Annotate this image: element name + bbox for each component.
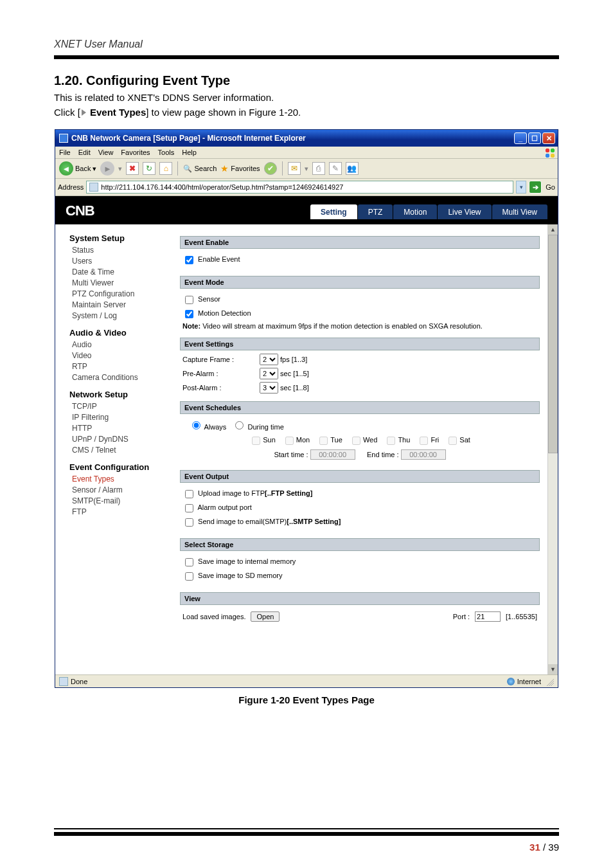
day-mon[interactable]: Mon: [283, 436, 310, 444]
address-dropdown[interactable]: ▾: [516, 181, 526, 194]
sidebar-item-smtp[interactable]: SMTP(E-mail): [72, 496, 171, 505]
out-alarm-row[interactable]: Alarm output port: [182, 502, 537, 514]
ie-icon: [59, 134, 68, 143]
scroll-track[interactable]: [548, 453, 558, 664]
end-time-input[interactable]: [401, 449, 446, 460]
sidebar-item-sensor-alarm[interactable]: Sensor / Alarm: [72, 485, 171, 494]
minimize-button[interactable]: _: [514, 132, 527, 144]
sidebar-item-users[interactable]: Users: [72, 257, 171, 266]
menu-favorites[interactable]: Favorites: [121, 149, 150, 156]
motion-row[interactable]: Motion Detection: [182, 308, 537, 320]
out-ftp-link[interactable]: [..FTP Setting]: [265, 489, 312, 497]
tab-live-view[interactable]: Live View: [438, 204, 491, 219]
sidebar-item-system-log[interactable]: System / Log: [72, 311, 171, 320]
motion-checkbox[interactable]: [185, 310, 193, 318]
forward-button[interactable]: ►: [100, 161, 114, 176]
maximize-button[interactable]: ☐: [528, 132, 541, 144]
sidebar-item-camera-cond[interactable]: Camera Conditions: [72, 373, 171, 382]
scroll-thumb[interactable]: [548, 235, 558, 453]
day-sat[interactable]: Sat: [446, 436, 470, 444]
out-ftp-row[interactable]: Upload image to FTP[..FTP Setting]: [182, 488, 537, 500]
back-button[interactable]: ◄ Back ▾: [59, 161, 96, 176]
tab-multi-view[interactable]: Multi View: [492, 204, 547, 219]
sidebar-item-status[interactable]: Status: [72, 246, 171, 255]
sidebar-item-upnp-dyndns[interactable]: UPnP / DynDNS: [72, 435, 171, 444]
sidebar-item-cms-telnet[interactable]: CMS / Telnet: [72, 446, 171, 455]
prealarm-select[interactable]: 2: [260, 368, 278, 379]
sidebar-item-maintain-server[interactable]: Maintain Server: [72, 300, 171, 309]
discuss-button[interactable]: 👥: [346, 162, 359, 175]
status-done: Done: [71, 678, 87, 685]
during-label: During time: [248, 423, 284, 431]
search-button[interactable]: 🔍 Search: [183, 165, 217, 173]
out-smtp-link[interactable]: [..SMTP Setting]: [287, 518, 341, 525]
close-button[interactable]: ✕: [542, 132, 555, 144]
vertical-scrollbar[interactable]: ▲ ▼: [547, 224, 558, 674]
tab-ptz[interactable]: PTZ: [358, 204, 393, 219]
port-input[interactable]: [475, 611, 501, 622]
go-button[interactable]: ➔: [529, 181, 542, 194]
sidebar-item-ip-filtering[interactable]: IP Filtering: [72, 413, 171, 422]
header-rule: [54, 55, 559, 59]
menu-edit[interactable]: Edit: [78, 149, 91, 156]
sidebar-item-multi-viewer[interactable]: Multi Viewer: [72, 278, 171, 287]
sidebar-item-tcpip[interactable]: TCP/IP: [72, 402, 171, 411]
sidebar-item-rtp[interactable]: RTP: [72, 362, 171, 371]
always-radio[interactable]: [192, 421, 200, 429]
favorites-button[interactable]: ★ Favorites: [220, 163, 260, 174]
triangle-icon: [82, 109, 86, 116]
scroll-down-icon[interactable]: ▼: [548, 664, 558, 674]
menu-tools[interactable]: Tools: [158, 149, 175, 156]
menu-help[interactable]: Help: [182, 149, 197, 156]
sidebar-item-ptz-config[interactable]: PTZ Configuration: [72, 289, 171, 298]
print-button[interactable]: ⎙: [312, 162, 325, 175]
capture-select[interactable]: 2: [260, 354, 278, 365]
menu-view[interactable]: View: [98, 149, 114, 156]
sidebar-item-audio[interactable]: Audio: [72, 340, 171, 349]
day-wed[interactable]: Wed: [350, 436, 377, 444]
sensor-checkbox[interactable]: [185, 296, 193, 304]
history-button[interactable]: ✔: [264, 162, 277, 175]
tab-setting[interactable]: Setting: [310, 204, 357, 219]
day-sun[interactable]: Sun: [249, 436, 276, 444]
sidebar-group-av: Audio & Video: [69, 328, 171, 338]
mail-button[interactable]: ✉: [288, 162, 301, 175]
st-sd-checkbox[interactable]: [185, 572, 193, 581]
st-internal-checkbox[interactable]: [185, 558, 193, 566]
tab-motion[interactable]: Motion: [393, 204, 437, 219]
edit-button[interactable]: ✎: [329, 162, 342, 175]
sidebar-item-event-types[interactable]: Event Types: [72, 475, 171, 484]
address-field[interactable]: http://211.104.176.144:400/html/operator…: [86, 181, 513, 194]
sidebar-item-http[interactable]: HTTP: [72, 424, 171, 433]
during-radio[interactable]: [235, 421, 244, 429]
st-sd-row[interactable]: Save image to SD memory: [182, 570, 537, 583]
st-internal-row[interactable]: Save image to internal memory: [182, 556, 537, 568]
day-fri[interactable]: Fri: [417, 436, 439, 444]
day-tue[interactable]: Tue: [317, 436, 342, 444]
port-range: [1..65535]: [506, 613, 537, 620]
during-radio-row[interactable]: During time: [232, 423, 283, 431]
open-button[interactable]: Open: [251, 611, 280, 622]
sidebar-item-ftp[interactable]: FTP: [72, 507, 171, 516]
home-button[interactable]: ⌂: [159, 162, 172, 175]
refresh-button[interactable]: ↻: [143, 162, 155, 175]
enable-event-checkbox[interactable]: [185, 256, 193, 264]
out-smtp-row[interactable]: Send image to email(SMTP)[..SMTP Setting…: [182, 516, 537, 529]
always-radio-row[interactable]: Always: [189, 423, 228, 431]
stop-button[interactable]: ✖: [126, 162, 139, 175]
menu-file[interactable]: File: [59, 149, 71, 156]
out-smtp-checkbox[interactable]: [185, 518, 193, 527]
out-ftp-checkbox[interactable]: [185, 490, 193, 498]
sidebar: System Setup Status Users Date & Time Mu…: [55, 224, 177, 674]
sidebar-item-video[interactable]: Video: [72, 351, 171, 360]
cnb-header: CNB Setting PTZ Motion Live View Multi V…: [55, 196, 558, 224]
sidebar-item-date-time[interactable]: Date & Time: [72, 267, 171, 276]
sensor-row[interactable]: Sensor: [182, 294, 537, 306]
enable-event-row[interactable]: Enable Event: [182, 254, 537, 266]
out-alarm-checkbox[interactable]: [185, 504, 193, 512]
resize-grip-icon[interactable]: [545, 677, 554, 686]
start-time-input[interactable]: [310, 449, 355, 460]
postalarm-select[interactable]: 3: [260, 382, 278, 393]
scroll-up-icon[interactable]: ▲: [548, 224, 558, 235]
day-thu[interactable]: Thu: [384, 436, 410, 444]
